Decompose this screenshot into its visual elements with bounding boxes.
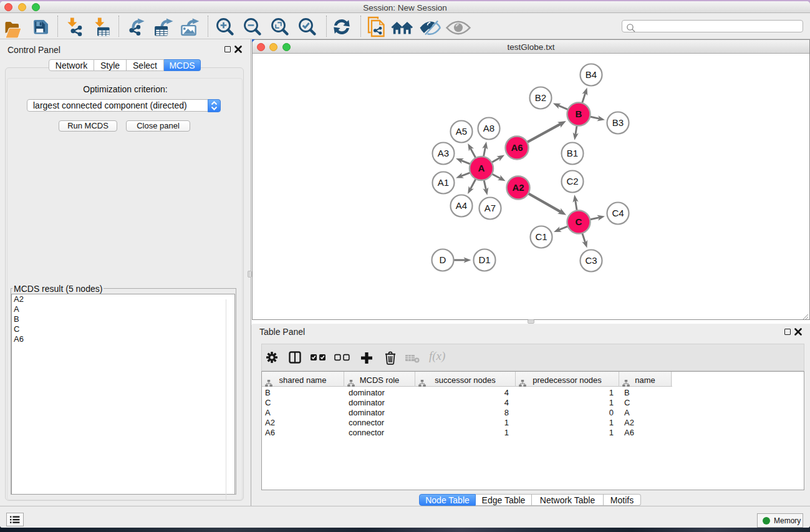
svg-text:A6: A6 bbox=[511, 142, 523, 153]
svg-text:A1: A1 bbox=[438, 177, 449, 188]
svg-text:A7: A7 bbox=[485, 203, 496, 213]
svg-text:A5: A5 bbox=[456, 126, 467, 137]
svg-text:B3: B3 bbox=[612, 117, 624, 128]
svg-text:A4: A4 bbox=[456, 200, 467, 211]
svg-text:A: A bbox=[478, 163, 485, 173]
svg-text:B: B bbox=[576, 109, 582, 119]
svg-text:B2: B2 bbox=[535, 92, 546, 103]
svg-text:D1: D1 bbox=[478, 254, 490, 265]
svg-text:A8: A8 bbox=[483, 123, 494, 133]
svg-text:C1: C1 bbox=[535, 231, 547, 242]
svg-text:D: D bbox=[440, 254, 446, 265]
svg-text:C2: C2 bbox=[566, 176, 578, 186]
svg-text:C3: C3 bbox=[585, 255, 597, 266]
svg-text:C4: C4 bbox=[612, 208, 624, 218]
svg-text:A3: A3 bbox=[438, 148, 449, 158]
svg-text:B1: B1 bbox=[567, 148, 578, 158]
svg-text:A2: A2 bbox=[512, 182, 524, 193]
svg-text:B4: B4 bbox=[586, 69, 597, 80]
svg-text:C: C bbox=[576, 216, 582, 227]
